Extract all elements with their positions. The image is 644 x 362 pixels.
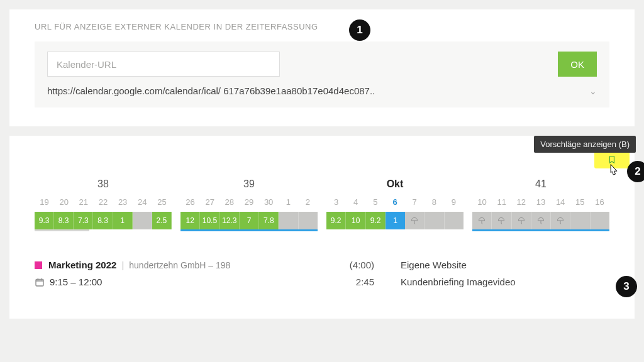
day-cell[interactable]	[591, 212, 609, 229]
badge-1: 1	[349, 19, 370, 41]
day-number[interactable]: 16	[590, 197, 609, 212]
day-number[interactable]: 27	[200, 197, 219, 212]
week-label: 41	[472, 178, 609, 190]
day-cell[interactable]: 7	[240, 212, 259, 229]
week-label: 38	[35, 178, 172, 190]
entry-time-line[interactable]: 9:15 – 12:00 2:45 Kundenbriefing Imagevi…	[35, 277, 609, 287]
project-color-dot	[35, 261, 42, 269]
day-number[interactable]: 6	[385, 197, 404, 212]
time-entries: Marketing 2022 | hundertzehn GmbH – 198 …	[35, 260, 609, 287]
day-number[interactable]: 10	[472, 197, 492, 212]
project-client: hundertzehn GmbH – 198	[129, 260, 230, 270]
timesheet-panel: Vorschläge anzeigen (B) 2 38192021222324…	[9, 136, 635, 319]
day-number[interactable]: 19	[35, 197, 54, 212]
day-cell[interactable]	[425, 212, 444, 229]
day-number[interactable]: 9	[444, 197, 464, 212]
day-number[interactable]: 29	[239, 197, 258, 212]
weeks-strip: 38192021222324259.38.37.38.312.539262728…	[35, 178, 609, 229]
week-Okt: Okt34567899.2109.21	[326, 178, 464, 229]
week-39: 392627282930121210.512.377.8	[180, 178, 318, 229]
day-number[interactable]: 7	[405, 197, 425, 212]
week-label: Okt	[326, 178, 464, 190]
day-number[interactable]: 5	[365, 197, 385, 212]
entry-duration: 2:45	[318, 277, 374, 287]
day-cell[interactable]	[512, 212, 531, 229]
entry-total-duration: (4:00)	[318, 260, 374, 270]
day-cell[interactable]	[472, 212, 492, 229]
day-cell[interactable]	[492, 212, 511, 229]
day-cell[interactable]: 9.2	[366, 212, 386, 229]
ok-button[interactable]: OK	[558, 52, 597, 77]
day-number[interactable]: 22	[93, 197, 113, 212]
section-title: URL FÜR ANZEIGE EXTERNER KALENDER IN DER…	[35, 22, 609, 31]
day-cell[interactable]: 10.5	[200, 212, 219, 229]
calendar-url-input[interactable]	[47, 52, 280, 77]
day-cell[interactable]	[570, 212, 590, 229]
entry-desc-1: Eigene Website	[401, 260, 467, 270]
day-cell[interactable]: 2.5	[152, 212, 172, 229]
badge-3: 3	[616, 276, 637, 297]
day-cell[interactable]: 12.3	[220, 212, 240, 229]
day-cell[interactable]: 1	[113, 212, 133, 229]
project-name: Marketing 2022	[48, 260, 116, 270]
day-number[interactable]: 15	[570, 197, 590, 212]
url-box: OK https://calendar.google.com/calendar/…	[35, 41, 609, 107]
day-number[interactable]: 12	[511, 197, 531, 212]
svg-rect-0	[36, 279, 43, 286]
day-cell[interactable]: 8.3	[54, 212, 74, 229]
day-number[interactable]: 25	[152, 197, 172, 212]
day-cell[interactable]: 1	[386, 212, 404, 229]
day-number[interactable]: 23	[113, 197, 133, 212]
day-cell[interactable]: 9.3	[35, 212, 54, 229]
day-number[interactable]: 26	[180, 197, 200, 212]
day-cell[interactable]	[445, 212, 464, 229]
day-number[interactable]: 4	[346, 197, 365, 212]
week-label: 39	[180, 178, 318, 190]
day-cell[interactable]	[279, 212, 298, 229]
tooltip-suggestions: Vorschläge anzeigen (B)	[534, 136, 636, 153]
day-number[interactable]: 30	[259, 197, 279, 212]
day-number[interactable]: 13	[531, 197, 550, 212]
week-41: 4110111213141516	[472, 178, 609, 229]
day-number[interactable]: 20	[54, 197, 74, 212]
day-number[interactable]: 8	[425, 197, 444, 212]
day-number[interactable]: 14	[551, 197, 570, 212]
entry-desc-2: Kundenbriefing Imagevideo	[401, 277, 516, 287]
day-cell[interactable]: 8.3	[93, 212, 113, 229]
badge-2: 2	[627, 161, 644, 182]
day-number[interactable]: 11	[492, 197, 511, 212]
day-number[interactable]: 21	[74, 197, 93, 212]
day-cell[interactable]	[299, 212, 318, 229]
listed-calendar-url[interactable]: https://calendar.google.com/calendar/ica…	[47, 85, 597, 96]
week-38: 38192021222324259.38.37.38.312.5	[35, 178, 172, 229]
day-number[interactable]: 28	[219, 197, 239, 212]
calendar-icon	[35, 277, 45, 287]
entry-project-line[interactable]: Marketing 2022 | hundertzehn GmbH – 198 …	[35, 260, 609, 270]
listed-url-text: https://calendar.google.com/calendar/ica…	[47, 85, 375, 96]
day-cell[interactable]: 7.3	[74, 212, 93, 229]
chevron-down-icon: ⌄	[589, 86, 597, 96]
day-cell[interactable]	[551, 212, 570, 229]
day-cell[interactable]	[133, 212, 152, 229]
day-cell[interactable]: 10	[346, 212, 365, 229]
day-number[interactable]: 24	[133, 197, 152, 212]
day-cell[interactable]: 9.2	[326, 212, 346, 229]
day-cell[interactable]	[405, 212, 425, 229]
day-number[interactable]: 1	[279, 197, 298, 212]
day-cell[interactable]	[531, 212, 551, 229]
external-calendar-panel: URL FÜR ANZEIGE EXTERNER KALENDER IN DER…	[9, 9, 635, 126]
day-cell[interactable]: 7.8	[259, 212, 279, 229]
entry-time-range: 9:15 – 12:00	[50, 277, 102, 287]
day-number[interactable]: 3	[326, 197, 346, 212]
cursor-pointer-icon	[606, 162, 622, 181]
day-cell[interactable]: 12	[180, 212, 200, 229]
day-number[interactable]: 2	[298, 197, 318, 212]
